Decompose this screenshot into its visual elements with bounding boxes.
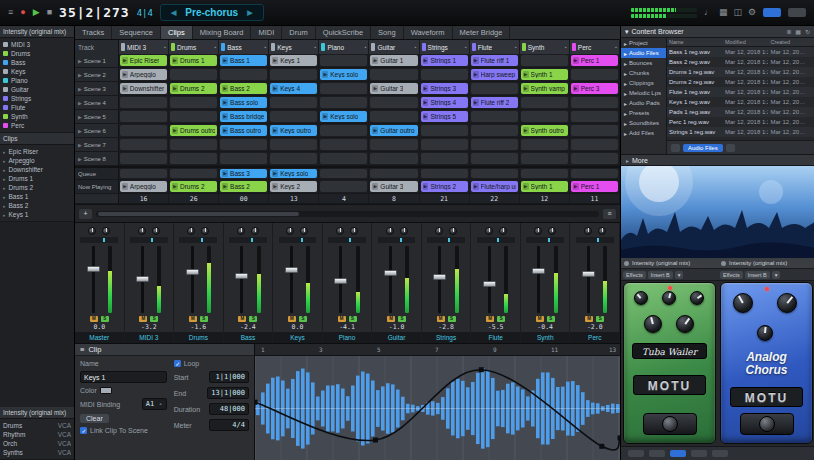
end-value[interactable]: 13|1|000 — [207, 387, 249, 399]
sidebar-group-rhythm[interactable]: RhythmVCA — [3, 430, 71, 439]
insert-menu[interactable]: Insert B — [745, 271, 770, 279]
sidebar-track-guitar[interactable]: Guitar — [3, 85, 71, 94]
clip-play-icon[interactable]: ▶ — [272, 85, 278, 92]
sidebar-clip-drums-2[interactable]: ▸Drums 2 — [3, 183, 71, 192]
chunk-selector[interactable]: ◀ Pre-chorus ▶ — [160, 4, 264, 21]
mute-button[interactable]: M — [189, 316, 197, 322]
scene-label-scene-7[interactable]: ▶Scene 7 — [75, 138, 119, 152]
clip-play-icon[interactable]: ▶ — [172, 183, 178, 190]
clip-name-input[interactable]: Keys 1 — [80, 371, 167, 383]
file-row-pads-1-reg-wav[interactable]: Pads 1 reg.wavMar 12, 2018 1:25 PMMar 12… — [667, 107, 814, 117]
knob-3[interactable] — [690, 291, 704, 305]
clip-play-icon[interactable]: ▶ — [172, 127, 178, 134]
column-arm-icon[interactable]: ▪ — [415, 44, 417, 50]
knob-3[interactable] — [757, 325, 773, 341]
empty-clip-slot[interactable] — [170, 69, 217, 80]
clip-guitar-3[interactable]: ▶Guitar 3 — [370, 181, 417, 192]
more-section-toggle[interactable]: ▸ More — [621, 154, 814, 166]
clip-play-icon[interactable]: ▶ — [372, 127, 378, 134]
scene-label-scene-4[interactable]: ▶Scene 4 — [75, 96, 119, 110]
clip-play-icon[interactable]: ▶ — [523, 85, 529, 92]
clip-play-icon[interactable]: ▶ — [573, 85, 579, 92]
solo-button[interactable]: S — [101, 316, 109, 322]
scene-play-icon[interactable]: ▶ — [78, 72, 82, 78]
send-knob[interactable] — [449, 227, 457, 235]
grid-options-button[interactable]: ≡ — [603, 209, 616, 219]
loop-checkbox[interactable] — [174, 360, 181, 367]
empty-clip-slot[interactable] — [421, 125, 468, 136]
tab-midi[interactable]: MIDI — [251, 26, 282, 39]
trim-knob[interactable] — [485, 227, 493, 235]
empty-clip-slot[interactable] — [521, 55, 568, 66]
mute-button[interactable]: M — [585, 316, 593, 322]
clip-play-icon[interactable]: ▶ — [172, 57, 178, 64]
volume-fader[interactable] — [285, 267, 298, 273]
clip-strings-5[interactable]: ▶Strings 5 — [421, 111, 468, 122]
clip-synth-vamp[interactable]: ▶Synth vamp — [521, 83, 568, 94]
tab-sequence[interactable]: Sequence — [112, 26, 161, 39]
browser-nav-soundbites[interactable]: ▸Soundbites — [621, 118, 666, 128]
send-knob[interactable] — [499, 227, 507, 235]
empty-clip-slot[interactable] — [571, 97, 618, 108]
volume-fader[interactable] — [384, 270, 397, 276]
clip-play-icon[interactable]: ▶ — [423, 57, 429, 64]
clip-flute-harp-unison[interactable]: ▶Flute/harp unison — [471, 181, 518, 192]
next-chunk-icon[interactable]: ▶ — [247, 9, 252, 17]
browser-nav-audio-pads[interactable]: ▸Audio Pads — [621, 98, 666, 108]
clip-play-icon[interactable]: ▶ — [222, 183, 228, 190]
topbar-chip-blue[interactable] — [763, 8, 781, 17]
clip-flute-riff-1[interactable]: ▶Flute riff 1 — [471, 55, 518, 66]
clip-strings-1[interactable]: ▶Strings 1 — [421, 55, 468, 66]
sidebar-track-synth[interactable]: Synth — [3, 112, 71, 121]
browser-settings-button[interactable] — [726, 144, 735, 152]
list-view-icon[interactable]: ≣ — [786, 28, 791, 35]
volume-fader[interactable] — [334, 278, 347, 284]
add-file-button[interactable] — [671, 144, 680, 152]
preset-menu[interactable]: ▾ — [772, 271, 781, 279]
clip-play-icon[interactable]: ▶ — [222, 57, 228, 64]
topbar-chip-gray[interactable] — [788, 8, 806, 17]
grid-view-icon[interactable]: ▦ — [795, 28, 801, 35]
clip-play-icon[interactable]: ▶ — [172, 85, 178, 92]
knob-2[interactable] — [662, 291, 676, 305]
duration-value[interactable]: 48|000 — [209, 403, 249, 415]
column-header-guitar[interactable]: Guitar▪ — [369, 40, 419, 54]
clip-arpeggio[interactable]: ▶Arpeggio — [120, 181, 167, 192]
sidebar-clip-bass-1[interactable]: ▸Bass 1 — [3, 192, 71, 201]
clip-drums-outro[interactable]: ▶Drums outro — [170, 125, 217, 136]
empty-clip-slot[interactable] — [370, 97, 417, 108]
panel-menu-icon[interactable]: ≡ — [80, 345, 84, 354]
scene-play-icon[interactable]: ▶ — [78, 58, 82, 64]
clip-play-icon[interactable]: ▶ — [272, 127, 278, 134]
sidebar-clip-keys-1[interactable]: ▸Keys 1 — [3, 210, 71, 219]
volume-fader[interactable] — [532, 268, 545, 274]
solo-button[interactable]: S — [150, 316, 158, 322]
trim-knob[interactable] — [534, 227, 542, 235]
mute-button[interactable]: M — [536, 316, 544, 322]
empty-clip-slot[interactable] — [571, 153, 618, 164]
close-icon[interactable] — [624, 261, 629, 266]
clip-play-icon[interactable]: ▶ — [272, 183, 278, 190]
clip-play-icon[interactable]: ▶ — [322, 113, 328, 120]
mute-button[interactable]: M — [238, 316, 246, 322]
file-row-perc-1-reg-wav[interactable]: Perc 1 reg.wavMar 12, 2018 1:25 PMMar 12… — [667, 117, 814, 127]
sidebar-track-perc[interactable]: Perc — [3, 121, 71, 130]
empty-clip-slot[interactable] — [120, 139, 167, 150]
footswitch[interactable] — [740, 413, 794, 435]
browser-nav-melodic-lps[interactable]: ▸Melodic Lps — [621, 88, 666, 98]
empty-clip-slot[interactable] — [471, 83, 518, 94]
scene-play-icon[interactable]: ▶ — [78, 142, 82, 148]
empty-clip-slot[interactable] — [521, 153, 568, 164]
trim-knob[interactable] — [237, 227, 245, 235]
clip-play-icon[interactable]: ▶ — [222, 127, 228, 134]
footer-chip[interactable] — [628, 450, 644, 457]
scene-label-scene-6[interactable]: ▶Scene 6 — [75, 124, 119, 138]
column-header-synth[interactable]: Synth▪ — [520, 40, 570, 54]
trim-knob[interactable] — [386, 227, 394, 235]
column-arm-icon[interactable]: ▪ — [615, 44, 617, 50]
empty-clip-slot[interactable] — [170, 139, 217, 150]
empty-clip-slot[interactable] — [220, 69, 267, 80]
browser-nav-audio-files[interactable]: ▸Audio Files — [621, 48, 666, 58]
empty-clip-slot[interactable] — [421, 69, 468, 80]
knob-1[interactable] — [733, 293, 753, 313]
